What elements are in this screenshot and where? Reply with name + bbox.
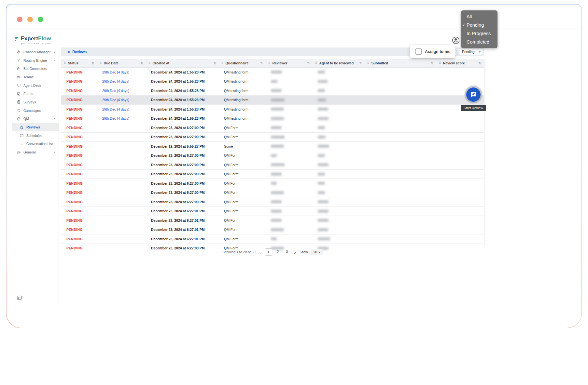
sort-icon[interactable]: ⇅: [359, 61, 362, 65]
breadcrumb-arrow-icon: ▶: [68, 50, 70, 53]
column-header-questionnaire[interactable]: ⠿Questionnaire⇅: [219, 59, 266, 67]
due-date-link[interactable]: 29th Dec (4 days): [102, 116, 129, 120]
questionnaire-cell: QM Form: [219, 234, 266, 244]
table-row[interactable]: PENDING29th Dec (4 days)December 24, 202…: [61, 96, 484, 105]
page-button-1[interactable]: 1: [265, 248, 272, 256]
column-header-submitted[interactable]: ⠿Submitted⇅: [365, 59, 436, 67]
sidebar-item-surveys[interactable]: Surveys: [12, 98, 59, 106]
table-row[interactable]: PENDING29th Dec (4 days)December 24, 202…: [61, 114, 484, 124]
agent-redacted: [318, 237, 330, 240]
created-at-text: December 23, 2024 at 6:27:01 PM: [151, 237, 205, 241]
sidebar-item-bot-connectors[interactable]: Bot Connectors: [12, 64, 59, 73]
table-row[interactable]: PENDINGDecember 23, 2024 at 6:27:00 PMQM…: [61, 197, 484, 207]
drag-handle-icon[interactable]: ⠿: [367, 61, 370, 65]
page-size-select[interactable]: 20 ∨: [311, 249, 323, 255]
drag-handle-icon[interactable]: ⠿: [439, 61, 441, 65]
table-row[interactable]: PENDINGDecember 23, 2024 at 6:27:00 PMQM…: [61, 170, 484, 179]
due-date-link[interactable]: 29th Dec (4 days): [102, 70, 129, 74]
reviewer-cell: [266, 114, 313, 123]
drag-handle-icon[interactable]: ⠿: [268, 61, 271, 65]
sort-icon[interactable]: ⇅: [431, 61, 434, 65]
table-row[interactable]: PENDINGDecember 23, 2024 at 6:27:00 PMQM…: [61, 151, 484, 161]
sort-icon[interactable]: ⇅: [141, 61, 143, 65]
table-scrollbar[interactable]: [484, 59, 485, 246]
sidebar-item-routing-engine[interactable]: Routing Engine∨: [12, 56, 59, 65]
table-row[interactable]: PENDINGDecember 23, 2024 at 6:27:00 PMQM…: [61, 160, 484, 170]
breadcrumb[interactable]: ▶ Reviews: [68, 47, 87, 56]
chevron-down-icon: ∨: [53, 59, 55, 62]
table-row[interactable]: PENDINGDecember 23, 2024 at 6:27:01 PMQM…: [61, 216, 484, 225]
filter-option-in-progress[interactable]: In Progress: [461, 29, 497, 38]
due-date-link[interactable]: 29th Dec (4 days): [102, 89, 129, 93]
sidebar-item-label: QM: [23, 117, 29, 121]
table-row[interactable]: PENDING29th Dec (4 days)December 24, 202…: [61, 68, 484, 77]
sidebar-item-qm[interactable]: QM∧: [12, 115, 59, 123]
created-at-cell: December 23, 2024 at 6:27:01 PM: [146, 216, 219, 225]
table-row[interactable]: PENDINGDecember 23, 2024 at 6:27:00 PMQM…: [61, 133, 484, 142]
previous-page-icon[interactable]: ‹: [259, 249, 262, 255]
sort-icon[interactable]: ⇅: [92, 61, 94, 65]
window-zoom-button[interactable]: [38, 17, 43, 22]
due-date-link[interactable]: 29th Dec (4 days): [102, 98, 129, 102]
page-button-3[interactable]: 3: [284, 248, 290, 255]
table-row[interactable]: PENDINGDecember 23, 2024 at 6:27:01 PMQM…: [61, 234, 484, 244]
drag-handle-icon[interactable]: ⠿: [221, 61, 224, 65]
due-date-link[interactable]: 29th Dec (4 days): [102, 79, 129, 83]
sort-icon[interactable]: ⇅: [479, 61, 481, 65]
sort-icon[interactable]: ⇅: [214, 61, 216, 65]
user-avatar[interactable]: [452, 36, 460, 44]
sidebar-item-forms[interactable]: Forms: [12, 89, 59, 98]
column-header-reviewer[interactable]: ⠿Reviewer⇅: [266, 59, 313, 67]
sidebar-item-general[interactable]: General∨: [12, 148, 59, 156]
column-header-status[interactable]: ⠿Status⇅: [61, 59, 97, 67]
reviewer-cell: [266, 133, 313, 142]
table-row[interactable]: PENDING29th Dec (4 days)December 24, 202…: [61, 77, 484, 86]
filter-option-pending[interactable]: ✓Pending: [461, 21, 497, 29]
table-row[interactable]: PENDINGDecember 23, 2024 at 6:27:00 PMQM…: [61, 188, 484, 198]
page-button-2[interactable]: 2: [275, 248, 281, 255]
created-at-cell: December 23, 2024 at 6:27:00 PM: [146, 160, 219, 169]
next-page-icon[interactable]: ›: [294, 249, 297, 255]
sidebar-item-campaigns[interactable]: Campaigns: [12, 106, 59, 115]
table-row[interactable]: PENDINGDecember 23, 2024 at 6:27:00 PMQM…: [61, 179, 484, 188]
questionnaire-cell: QM Form: [219, 188, 266, 197]
due-date-link[interactable]: 29th Dec (4 days): [102, 107, 129, 111]
drag-handle-icon[interactable]: ⠿: [315, 61, 317, 65]
sidebar-item-teams[interactable]: Teams: [12, 73, 59, 81]
sidebar-item-conversation-list[interactable]: Conversation List: [12, 140, 59, 148]
filter-option-all[interactable]: All: [461, 12, 497, 21]
sidebar-item-label: Routing Engine: [23, 59, 47, 62]
table-row[interactable]: PENDINGDecember 19, 2024 at 5:55:27 PMSc…: [61, 142, 484, 151]
drag-handle-icon[interactable]: ⠿: [148, 61, 151, 65]
table-row[interactable]: PENDING29th Dec (4 days)December 24, 202…: [61, 105, 484, 114]
channel-manager-icon: [16, 50, 21, 54]
sidebar-item-agent-desk[interactable]: Agent Desk: [12, 81, 59, 90]
column-header-due-date[interactable]: ⠿Due Date⇅: [97, 59, 146, 67]
window-minimize-button[interactable]: [27, 17, 33, 22]
teams-icon: [16, 75, 21, 79]
filter-option-completed[interactable]: Completed: [461, 38, 497, 46]
drag-handle-icon[interactable]: ⠿: [100, 61, 102, 65]
submitted-cell: [365, 133, 436, 142]
window-close-button[interactable]: [17, 17, 22, 22]
start-review-button[interactable]: [466, 87, 481, 102]
submitted-cell: [365, 170, 436, 179]
table-row[interactable]: PENDINGDecember 23, 2024 at 6:27:00 PMQM…: [61, 123, 484, 133]
column-header-review-score[interactable]: ⠿Review score⇅: [436, 59, 484, 67]
table-row[interactable]: PENDINGDecember 23, 2024 at 6:27:01 PMQM…: [61, 207, 484, 216]
table-columns-icon[interactable]: [17, 295, 22, 301]
table-row[interactable]: PENDING29th Dec (4 days)December 24, 202…: [61, 86, 484, 96]
table-row[interactable]: PENDINGDecember 23, 2024 at 6:27:01 PMQM…: [61, 225, 484, 235]
column-header-agent-to-be-reviewed[interactable]: ⠿Agent to be reviewed⇅: [313, 59, 365, 67]
sidebar-item-channel-manager[interactable]: Channel Manager∨: [12, 48, 59, 56]
sidebar-item-schedules[interactable]: Schedules: [12, 131, 59, 140]
status-cell: PENDING: [61, 86, 97, 95]
drag-handle-icon[interactable]: ⠿: [64, 61, 66, 65]
agent-redacted: [318, 228, 328, 231]
sort-icon[interactable]: ⇅: [307, 61, 310, 65]
sidebar-item-reviews[interactable]: Reviews: [12, 123, 59, 131]
status-filter-select[interactable]: Pending ∨: [459, 48, 483, 55]
sort-icon[interactable]: ⇅: [260, 61, 263, 65]
assign-to-me-checkbox[interactable]: [415, 48, 422, 55]
column-header-created-at[interactable]: ⠿Created at⇅: [146, 59, 219, 67]
